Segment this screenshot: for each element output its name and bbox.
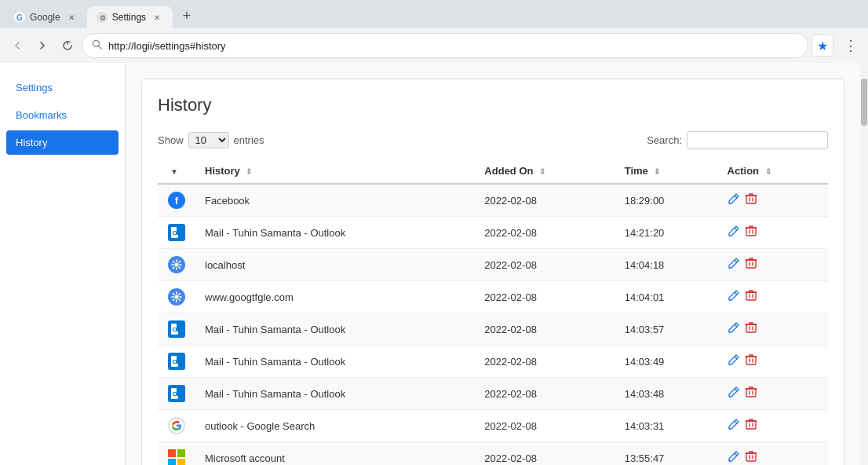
table-controls: Show 10 25 50 100 entries Search:: [158, 131, 828, 149]
edit-button[interactable]: [728, 192, 740, 208]
nav-bar: ★ ⋮: [0, 28, 868, 63]
col-history-header[interactable]: History ⇕: [195, 159, 475, 184]
row-action-cell: [718, 184, 828, 217]
outlook-icon: O: [168, 353, 185, 370]
entries-label: entries: [234, 134, 264, 146]
delete-button[interactable]: [745, 257, 757, 273]
svg-rect-17: [746, 292, 756, 300]
col-added-on-header[interactable]: Added On ⇕: [475, 159, 615, 184]
svg-point-16: [175, 295, 179, 299]
row-action-cell: [718, 281, 828, 313]
delete-button[interactable]: [745, 192, 757, 208]
delete-button[interactable]: [745, 450, 757, 465]
row-time-cell: 14:04:18: [615, 249, 718, 281]
edit-button[interactable]: [728, 353, 740, 369]
browser-menu-button[interactable]: ⋮: [840, 35, 862, 57]
table-row: outlook - Google Search 2022-02-08 14:03…: [158, 410, 828, 442]
row-action-cell: [718, 410, 828, 442]
browser-content: Settings Bookmarks History History Show …: [0, 63, 868, 465]
page-title: History: [158, 95, 828, 115]
svg-rect-35: [746, 453, 756, 461]
microsoft-icon: [168, 449, 185, 465]
page-card: History Show 10 25 50 100 entries Search…: [141, 79, 844, 465]
forward-button[interactable]: [31, 35, 53, 57]
search-control: Search:: [647, 131, 828, 149]
row-added-on-cell: 2022-02-08: [475, 217, 615, 249]
row-action-cell: [718, 313, 828, 346]
edit-button[interactable]: [728, 321, 740, 337]
svg-rect-21: [177, 324, 182, 331]
row-time-cell: 13:55:47: [615, 442, 718, 466]
svg-text:O: O: [173, 326, 177, 333]
delete-button[interactable]: [745, 418, 757, 434]
delete-button[interactable]: [745, 321, 757, 337]
svg-text:O: O: [173, 390, 177, 397]
col-history-sort: ⇕: [246, 167, 252, 176]
row-time-cell: 14:21:20: [615, 217, 718, 249]
svg-rect-34: [746, 421, 756, 429]
edit-button[interactable]: [728, 225, 740, 240]
row-time-cell: 14:03:48: [615, 378, 718, 410]
table-row: localhost 2022-02-08 14:04:18: [158, 249, 828, 281]
row-time-cell: 14:04:01: [615, 281, 718, 313]
row-icon-cell: [158, 410, 195, 442]
row-time-cell: 18:29:00: [615, 184, 718, 217]
tab-settings-close[interactable]: ✕: [151, 11, 163, 24]
url-input[interactable]: [108, 40, 798, 52]
new-tab-button[interactable]: +: [176, 5, 198, 27]
svg-rect-31: [177, 388, 182, 396]
row-icon-cell: O: [158, 313, 195, 346]
search-icon: [92, 39, 102, 52]
entries-select[interactable]: 10 25 50 100: [188, 132, 229, 148]
svg-rect-14: [746, 260, 756, 268]
row-added-on-cell: 2022-02-08: [475, 410, 615, 442]
row-added-on-cell: 2022-02-08: [475, 184, 615, 217]
row-history-cell: outlook - Google Search: [195, 410, 475, 442]
back-button[interactable]: [6, 35, 28, 57]
tab-settings[interactable]: ⚙ Settings ✕: [87, 6, 173, 28]
table-body: f Facebook 2022-02-08 18:29:00: [158, 184, 828, 465]
delete-button[interactable]: [745, 353, 757, 369]
row-history-cell: Mail - Tuhin Samanta - Outlook: [195, 346, 475, 378]
col-time-header[interactable]: Time ⇕: [615, 159, 718, 184]
delete-button[interactable]: [745, 386, 757, 401]
scrollbar-thumb[interactable]: [861, 79, 867, 126]
table-row: O Mail - Tuhin Samanta - Outlook 2022-02…: [158, 378, 828, 410]
svg-rect-27: [746, 357, 756, 364]
tab-google[interactable]: G Google ✕: [5, 6, 87, 28]
delete-button[interactable]: [745, 225, 757, 240]
sidebar-item-bookmarks[interactable]: Bookmarks: [6, 103, 119, 127]
edit-button[interactable]: [728, 257, 740, 273]
sidebar-item-history[interactable]: History: [6, 130, 119, 155]
edit-button[interactable]: [728, 450, 740, 465]
svg-rect-26: [177, 356, 182, 364]
sidebar: Settings Bookmarks History: [0, 63, 126, 465]
row-icon-cell: O: [158, 217, 195, 249]
svg-rect-32: [746, 389, 756, 397]
row-history-cell: www.googtfgle.com: [195, 281, 475, 313]
col-action-header[interactable]: Action ⇕: [718, 159, 828, 184]
address-bar[interactable]: [82, 33, 808, 58]
search-input[interactable]: [687, 131, 828, 149]
tab-google-close[interactable]: ✕: [65, 11, 78, 24]
row-history-cell: Facebook: [195, 184, 475, 217]
bookmark-star-button[interactable]: ★: [811, 35, 833, 57]
row-icon-cell: [158, 281, 195, 313]
row-history-cell: Mail - Tuhin Samanta - Outlook: [195, 217, 475, 249]
sidebar-item-settings[interactable]: Settings: [6, 75, 119, 100]
table-row: O Mail - Tuhin Samanta - Outlook 2022-02…: [158, 217, 828, 249]
outlook-icon: O: [168, 224, 185, 241]
edit-button[interactable]: [728, 418, 740, 434]
facebook-icon: f: [168, 192, 185, 209]
scrollbar[interactable]: [860, 63, 868, 465]
edit-button[interactable]: [728, 386, 740, 401]
show-label: Show: [158, 134, 184, 146]
search-label: Search:: [647, 134, 682, 146]
svg-text:O: O: [173, 229, 177, 236]
delete-button[interactable]: [745, 289, 757, 305]
edit-button[interactable]: [728, 289, 740, 305]
show-entries-control: Show 10 25 50 100 entries: [158, 132, 264, 148]
table-row: f Facebook 2022-02-08 18:29:00: [158, 184, 828, 217]
gear-icon: [168, 288, 185, 306]
refresh-button[interactable]: [57, 35, 78, 57]
